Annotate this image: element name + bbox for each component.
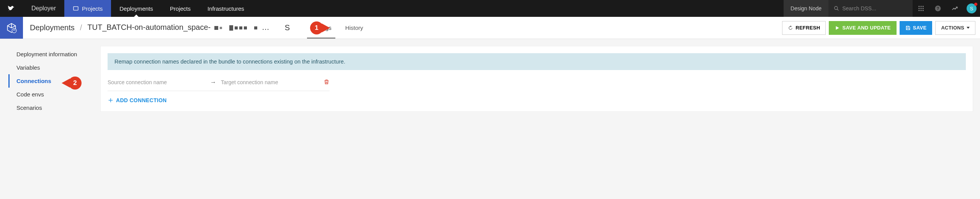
top-tab-deployments[interactable]: Deployments <box>111 0 162 17</box>
sidebar-item-deployment-info[interactable]: Deployment information <box>8 47 100 61</box>
user-menu[interactable]: S <box>963 0 980 17</box>
header-tabs: S Settings History <box>285 17 370 39</box>
plus-icon <box>108 97 114 103</box>
save-and-update-button[interactable]: SAVE AND UPDATE <box>829 21 896 35</box>
save-button[interactable]: SAVE <box>900 21 933 35</box>
cube-icon <box>6 23 17 33</box>
sidebar-item-code-envs[interactable]: Code envs <box>8 88 100 101</box>
tab-settings[interactable]: Settings <box>304 17 338 39</box>
refresh-button[interactable]: REFRESH <box>782 21 826 35</box>
breadcrumb-deployment[interactable]: TUT_BATCH-on-automation_space- … <box>87 23 269 33</box>
apps-menu[interactable] <box>913 0 929 17</box>
svg-point-8 <box>923 8 924 9</box>
sidebar-item-connections[interactable]: Connections <box>8 74 100 88</box>
svg-point-9 <box>918 10 920 11</box>
app-brand: Deployer <box>23 0 64 17</box>
sidebar-item-scenarios[interactable]: Scenarios <box>8 101 100 114</box>
trash-icon <box>323 79 330 85</box>
svg-point-3 <box>918 6 920 7</box>
main-content: Deployment information Variables Connect… <box>0 39 980 114</box>
notification-dot-icon <box>974 3 977 6</box>
bird-icon <box>7 4 16 13</box>
tab-history[interactable]: History <box>338 17 370 39</box>
delete-mapping-button[interactable] <box>323 79 330 86</box>
svg-point-4 <box>921 6 922 7</box>
svg-line-2 <box>837 9 839 11</box>
settings-sidebar: Deployment information Variables Connect… <box>8 39 100 114</box>
top-tab-infrastructures[interactable]: Infrastructures <box>199 0 253 17</box>
svg-point-6 <box>918 8 920 9</box>
avatar: S <box>967 3 977 13</box>
breadcrumb-separator: / <box>80 23 82 32</box>
svg-point-5 <box>923 6 924 7</box>
sidebar-item-variables[interactable]: Variables <box>8 61 100 74</box>
source-connection-input[interactable] <box>108 77 206 88</box>
arrow-right-icon: → <box>206 79 221 86</box>
redacted-text <box>214 24 257 33</box>
design-node-selector[interactable]: Design Node <box>784 0 828 17</box>
top-tab-projects-primary[interactable]: Projects <box>64 0 111 17</box>
svg-point-1 <box>835 7 838 10</box>
help-menu[interactable]: ? <box>929 0 946 17</box>
svg-point-10 <box>921 10 922 11</box>
svg-point-7 <box>921 8 922 9</box>
svg-point-11 <box>923 10 924 11</box>
svg-text:?: ? <box>937 6 939 11</box>
top-tab-projects[interactable]: Projects <box>162 0 199 17</box>
play-icon <box>835 25 840 31</box>
target-connection-input[interactable] <box>221 77 319 88</box>
refresh-icon <box>788 25 793 31</box>
save-icon <box>905 25 911 31</box>
app-logo[interactable] <box>0 0 23 17</box>
connection-mapping-row: → <box>108 70 330 91</box>
deployment-icon[interactable] <box>0 17 23 39</box>
caret-down-icon <box>967 27 970 29</box>
add-connection-button[interactable]: ADD CONNECTION <box>108 97 167 103</box>
connections-panel: Remap connection names declared in the b… <box>100 46 973 112</box>
actions-button[interactable]: ACTIONS <box>935 21 975 35</box>
global-search[interactable] <box>828 0 913 17</box>
projects-icon <box>73 5 79 11</box>
activity-icon <box>951 5 958 12</box>
svg-rect-0 <box>74 7 78 10</box>
search-icon <box>834 5 839 11</box>
grid-icon <box>918 5 924 12</box>
info-banner: Remap connection names declared in the b… <box>108 53 966 70</box>
svg-point-14 <box>12 28 16 33</box>
help-icon: ? <box>934 5 941 12</box>
top-nav: Deployer Projects Deployments Projects I… <box>0 0 980 17</box>
header-bar: Deployments / TUT_BATCH-on-automation_sp… <box>0 17 980 39</box>
activity-menu[interactable] <box>946 0 963 17</box>
breadcrumb-root[interactable]: Deployments <box>30 23 75 32</box>
search-input[interactable] <box>842 5 907 11</box>
breadcrumb: Deployments / TUT_BATCH-on-automation_sp… <box>23 23 270 33</box>
